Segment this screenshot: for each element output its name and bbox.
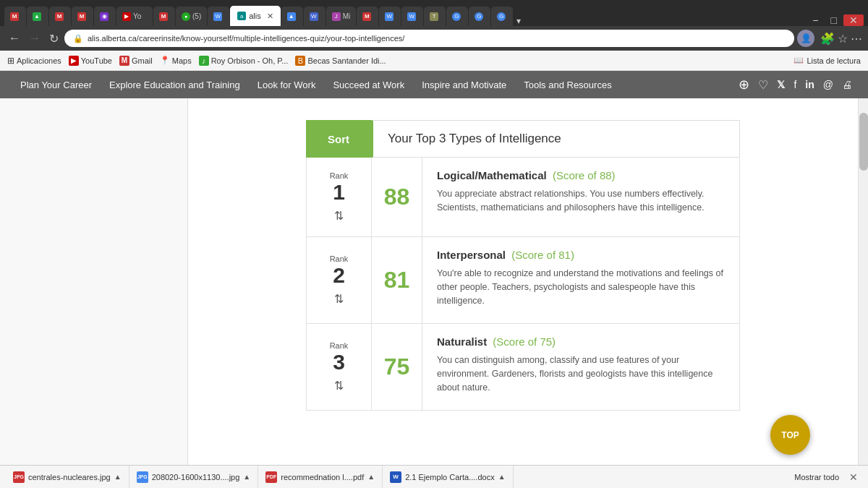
minimize-btn[interactable]: −: [807, 14, 824, 26]
tab-youtube[interactable]: ▶ Yo: [116, 7, 153, 26]
download-bar: JPG centrales-nucleares.jpg ▲ JPG 208020…: [0, 465, 868, 488]
refresh-btn[interactable]: ↻: [46, 32, 61, 46]
maximize-btn[interactable]: □: [825, 14, 843, 26]
close-window-btn[interactable]: ✕: [843, 14, 864, 26]
intel-desc-2: You're able to recognize and understand …: [437, 267, 725, 307]
nav-plan-career[interactable]: Plan Your Career: [12, 71, 101, 98]
bookmark-youtube[interactable]: ▶ YouTube: [69, 56, 112, 66]
section-title: Your Top 3 Types of Intelligence: [371, 120, 740, 158]
bookmarks-bar: ⊞ Aplicaciones ▶ YouTube M Gmail 📍 Maps …: [0, 51, 868, 71]
tab-mi-2[interactable]: ◉: [94, 7, 116, 26]
score-col-1: 88: [372, 158, 422, 236]
page-section: Sort Your Top 3 Types of Intelligence Ra…: [306, 120, 740, 411]
nav-explore-education[interactable]: Explore Education and Training: [101, 71, 249, 98]
tab-wi-4[interactable]: W: [401, 7, 423, 26]
nav-look-for-work[interactable]: Look for Work: [249, 71, 325, 98]
right-scrollbar: [858, 98, 868, 465]
info-col-2: Interpersonal (Score of 81) You're able …: [422, 237, 739, 323]
tab-wi-1[interactable]: W: [208, 7, 229, 26]
address-bar[interactable]: 🔒 alis.alberta.ca/careerinsite/know-your…: [64, 30, 794, 47]
bookmark-becas[interactable]: B Becas Santander Idi...: [295, 56, 386, 66]
tab-bar: M ▲ M M ◉ ▶ Yo M ● (5) W a alis: [0, 0, 868, 26]
tab-re-1[interactable]: M: [49, 7, 71, 26]
reading-list-btn[interactable]: 📖 Lista de lectura: [793, 56, 861, 65]
sort-arrows-1[interactable]: ⇅: [334, 209, 344, 223]
close-download-bar-btn[interactable]: ✕: [845, 471, 862, 483]
intel-desc-1: You appreciate abstract relationships. Y…: [437, 187, 725, 215]
download-item-4[interactable]: W 2.1 Ejemplo Carta....docx ▲: [383, 466, 513, 488]
nav-facebook-icon[interactable]: f: [789, 79, 801, 90]
nav-print-icon[interactable]: 🖨: [838, 79, 856, 90]
scrollbar-thumb[interactable]: [859, 113, 868, 171]
site-nav: Plan Your Career Explore Education and T…: [0, 71, 868, 98]
tab-5[interactable]: ● (5): [176, 7, 207, 26]
more-options-icon[interactable]: ⋯: [851, 32, 862, 46]
intelligence-row-2: Rank 2 ⇅ 81 Interpersonal (Score of 81) …: [306, 237, 740, 324]
main-content-area: Sort Your Top 3 Types of Intelligence Ra…: [0, 98, 868, 465]
nav-tools[interactable]: Tools and Resources: [515, 71, 620, 98]
nav-linkedin-icon[interactable]: in: [801, 79, 818, 90]
tab-wi-3[interactable]: W: [379, 7, 401, 26]
browser-window: M ▲ M M ◉ ▶ Yo M ● (5) W a alis: [0, 0, 868, 71]
tab-mi-1[interactable]: M: [72, 7, 93, 26]
tab-to[interactable]: T: [424, 7, 446, 26]
forward-btn[interactable]: →: [26, 32, 43, 45]
intelligence-row-3: Rank 3 ⇅ 75 Naturalist (Score of 75) You…: [306, 324, 740, 411]
nav-add-icon[interactable]: ⊕: [734, 77, 754, 93]
bookmark-roy[interactable]: ♪ Roy Orbison - Oh, P...: [199, 56, 289, 66]
intel-title-1: Logical/Mathematical (Score of 88): [437, 169, 725, 181]
download-chevron-4[interactable]: ▲: [498, 473, 506, 481]
rank-col-1: Rank 1 ⇅: [307, 158, 372, 236]
tab-jmi[interactable]: J Mi: [326, 7, 357, 26]
info-col-3: Naturalist (Score of 75) You can disting…: [422, 324, 739, 410]
download-icon-4: W: [390, 471, 401, 483]
download-chevron-3[interactable]: ▲: [367, 473, 375, 481]
section-header: Sort Your Top 3 Types of Intelligence: [306, 120, 740, 158]
sort-arrows-3[interactable]: ⇅: [334, 379, 344, 393]
lock-icon: 🔒: [73, 34, 83, 43]
tab-alis-active[interactable]: a alis ✕: [230, 6, 281, 26]
mostrar-todo-btn[interactable]: Mostrar todo: [788, 473, 845, 481]
tab-inc-2[interactable]: ▲: [281, 7, 303, 26]
tab-mi-3[interactable]: M: [357, 7, 378, 26]
nav-heart-icon[interactable]: ♡: [754, 78, 773, 92]
tab-google-2[interactable]: G: [469, 7, 490, 26]
rank-col-3: Rank 3 ⇅: [307, 324, 372, 410]
download-item-2[interactable]: JPG 208020-1600x1130....jpg ▲: [129, 466, 259, 488]
nav-twitter-icon[interactable]: 𝕏: [773, 79, 789, 90]
profile-icon[interactable]: 👤: [797, 30, 814, 47]
extensions-icon[interactable]: 🧩: [820, 32, 835, 46]
top-button[interactable]: TOP: [770, 415, 810, 455]
bookmark-aplicaciones[interactable]: ⊞ Aplicaciones: [7, 56, 61, 66]
bookmark-gmail[interactable]: M Gmail: [119, 56, 153, 66]
download-chevron-1[interactable]: ▲: [114, 473, 122, 481]
nav-inspire[interactable]: Inspire and Motivate: [413, 71, 515, 98]
download-item-3[interactable]: PDF recommednation l....pdf ▲: [258, 466, 383, 488]
nav-succeed-work[interactable]: Succeed at Work: [324, 71, 413, 98]
download-icon-1: JPG: [13, 471, 25, 483]
back-btn[interactable]: ←: [6, 32, 23, 45]
intel-desc-3: You can distinguish among, classify and …: [437, 354, 725, 394]
intel-title-2: Interpersonal (Score of 81): [437, 249, 725, 261]
left-sidebar: [0, 98, 188, 465]
sort-box[interactable]: Sort: [306, 120, 371, 158]
intel-title-3: Naturalist (Score of 75): [437, 335, 725, 348]
bookmark-maps[interactable]: 📍 Maps: [160, 56, 192, 65]
download-item-1[interactable]: JPG centrales-nucleares.jpg ▲: [6, 466, 129, 488]
tab-gmail-1[interactable]: M: [4, 7, 26, 26]
download-icon-2: JPG: [137, 471, 148, 483]
tab-re-2[interactable]: M: [153, 7, 175, 26]
favorites-icon[interactable]: ☆: [838, 32, 848, 46]
info-col-1: Logical/Mathematical (Score of 88) You a…: [422, 158, 739, 236]
tab-google-1[interactable]: G: [446, 7, 468, 26]
tab-wi-2[interactable]: W: [304, 7, 326, 26]
tab-overflow[interactable]: ▾: [516, 16, 521, 26]
content-scroll[interactable]: Sort Your Top 3 Types of Intelligence Ra…: [188, 98, 858, 465]
tab-google-3[interactable]: G: [491, 7, 513, 26]
download-chevron-2[interactable]: ▲: [243, 473, 250, 481]
score-col-3: 75: [372, 324, 422, 410]
tab-inc-1[interactable]: ▲: [27, 7, 48, 26]
sort-arrows-2[interactable]: ⇅: [334, 292, 344, 306]
close-tab-icon[interactable]: ✕: [267, 12, 273, 21]
nav-email-icon[interactable]: @: [819, 79, 838, 90]
